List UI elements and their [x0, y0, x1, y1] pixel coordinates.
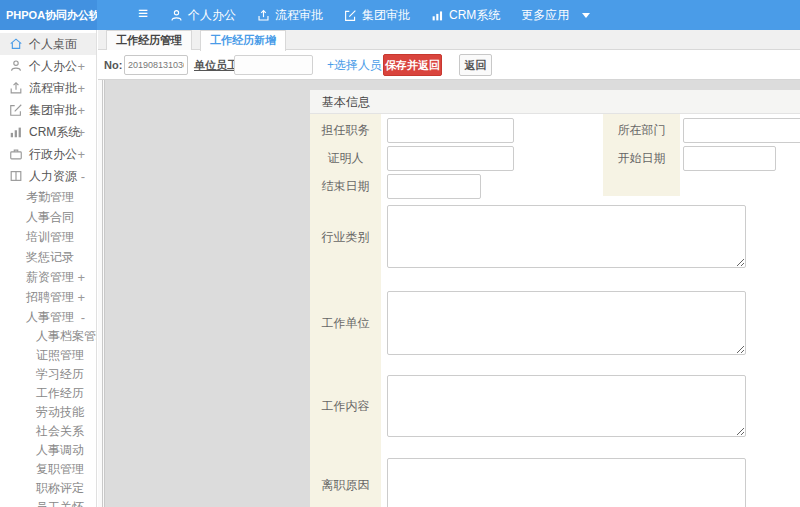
expand-icon[interactable]: + [77, 81, 85, 96]
end-date-label: 结束日期 [310, 174, 381, 199]
job-content-textarea[interactable] [387, 375, 746, 437]
employee-input[interactable] [234, 55, 313, 75]
sidebar-item-group-approval[interactable]: 集团审批 + [0, 99, 96, 121]
sidebar-item-rewards[interactable]: 奖惩记录 [0, 247, 96, 267]
expand-icon[interactable]: + [77, 125, 85, 140]
sidebar-item-label: 劳动技能 [36, 404, 84, 421]
sidebar-item-label: CRM系统 [29, 124, 80, 141]
workflow-icon [257, 9, 270, 22]
expand-icon[interactable]: + [77, 290, 85, 305]
leave-reason-textarea[interactable] [387, 458, 746, 507]
sidebar-item-label: 员工关怀 [36, 499, 84, 507]
sidebar-item-label: 行政办公 [29, 146, 77, 163]
select-person-link[interactable]: +选择人员 [327, 50, 382, 80]
sidebar-item-personnel[interactable]: 人事管理 - [0, 307, 96, 327]
edit-icon [344, 9, 357, 22]
sidebar-item-training[interactable]: 培训管理 [0, 227, 96, 247]
nav-group-approval[interactable]: 集团审批 [344, 7, 410, 24]
sidebar-item-personnel-files[interactable]: 人事档案管理 [0, 327, 96, 346]
sidebar-item-labor-skills[interactable]: 劳动技能 [0, 403, 96, 422]
tab-work-history-new[interactable]: 工作经历新增 [200, 30, 286, 51]
sidebar-item-personal-desktop[interactable]: 个人桌面 [0, 33, 96, 55]
edit-icon [9, 103, 23, 117]
workflow-icon [9, 81, 23, 95]
department-input[interactable] [683, 118, 800, 143]
hamburger-menu-icon[interactable]: ≡ [138, 0, 148, 30]
leave-reason-label: 离职原因 [310, 458, 381, 507]
sidebar-item-certificates[interactable]: 证照管理 [0, 346, 96, 365]
nav-label: 个人办公 [188, 7, 236, 24]
collapse-icon[interactable]: - [81, 169, 85, 184]
sidebar-item-label: 人事管理 [26, 309, 74, 326]
sidebar-item-label: 复职管理 [36, 461, 84, 478]
sidebar-item-label: 个人办公 [29, 58, 77, 75]
sidebar: 个人桌面 个人办公 + 流程审批 + 集团审批 + CRM系统 + 行政办公 + [0, 30, 97, 507]
sidebar-item-reinstatement[interactable]: 复职管理 [0, 460, 96, 479]
department-label: 所在部门 [603, 118, 680, 143]
sidebar-item-label: 学习经历 [36, 366, 84, 383]
sidebar-item-label: 集团审批 [29, 102, 77, 119]
top-navigation: 个人办公 流程审批 集团审批 CRM系统 更多应用 [170, 0, 590, 30]
sidebar-item-admin-office[interactable]: 行政办公 + [0, 143, 96, 165]
no-input[interactable] [124, 55, 188, 75]
sidebar-item-label: 奖惩记录 [26, 249, 74, 266]
sidebar-item-hr-contract[interactable]: 人事合同 [0, 207, 96, 227]
expand-icon[interactable]: + [77, 270, 85, 285]
industry-label: 行业类别 [310, 205, 381, 269]
nav-workflow-approval[interactable]: 流程审批 [257, 7, 323, 24]
nav-personal-office[interactable]: 个人办公 [170, 7, 236, 24]
sidebar-item-attendance[interactable]: 考勤管理 [0, 187, 96, 207]
app-logo: PHPOA协同办公软件 [0, 0, 97, 30]
content-scrollbar[interactable] [98, 80, 103, 507]
topbar: PHPOA协同办公软件 ≡ 个人办公 流程审批 集团审批 CRM系统 [0, 0, 800, 30]
home-icon [9, 37, 23, 51]
sidebar-item-label: 人事档案管理 [36, 328, 97, 345]
expand-icon[interactable]: + [77, 103, 85, 118]
sidebar-item-study-history[interactable]: 学习经历 [0, 365, 96, 384]
nav-more-apps[interactable]: 更多应用 [521, 7, 590, 24]
caret-down-icon [582, 13, 590, 18]
sidebar-item-label: 证照管理 [36, 347, 84, 364]
sidebar-item-salary[interactable]: 薪资管理 + [0, 267, 96, 287]
sidebar-item-title-evaluation[interactable]: 职称评定 [0, 479, 96, 498]
position-label: 担任职务 [310, 118, 381, 143]
start-date-input[interactable] [683, 146, 776, 171]
user-icon [170, 9, 183, 22]
sidebar-item-employee-care[interactable]: 员工关怀 [0, 498, 96, 507]
section-title: 基本信息 [310, 90, 800, 114]
company-label: 工作单位 [310, 291, 381, 355]
position-input[interactable] [387, 118, 514, 143]
sidebar-item-label: 考勤管理 [26, 189, 74, 206]
sidebar-item-label: 职称评定 [36, 480, 84, 497]
nav-crm-system[interactable]: CRM系统 [431, 7, 500, 24]
company-textarea[interactable] [387, 291, 746, 355]
sidebar-item-work-history[interactable]: 工作经历 [0, 384, 96, 403]
reference-label: 证明人 [310, 146, 381, 171]
nav-label: CRM系统 [449, 7, 500, 24]
sidebar-item-crm-system[interactable]: CRM系统 + [0, 121, 96, 143]
sidebar-item-recruitment[interactable]: 招聘管理 + [0, 287, 96, 307]
collapse-icon[interactable]: - [81, 310, 85, 325]
sidebar-item-workflow-approval[interactable]: 流程审批 + [0, 77, 96, 99]
sidebar-item-label: 人力资源 [29, 168, 77, 185]
save-return-button[interactable]: 保存并返回 [383, 54, 442, 76]
sidebar-item-label: 人事调动 [36, 442, 84, 459]
expand-icon[interactable]: + [77, 59, 85, 74]
book-icon [9, 169, 23, 183]
sidebar-item-human-resources[interactable]: 人力资源 - [0, 165, 96, 187]
expand-icon[interactable]: + [77, 147, 85, 162]
industry-textarea[interactable] [387, 205, 746, 268]
sidebar-item-personal-office[interactable]: 个人办公 + [0, 55, 96, 77]
main-area: 基本信息 担任职务 所在部门 证明人 开始日期 结束日期 行业类别 工作单位 工… [98, 80, 800, 507]
toolbar: No: 单位员工: +选择人员 保存并返回 返回 [98, 50, 800, 80]
sidebar-item-personnel-transfer[interactable]: 人事调动 [0, 441, 96, 460]
tab-work-history-manage[interactable]: 工作经历管理 [106, 30, 192, 50]
sidebar-item-social-relations[interactable]: 社会关系 [0, 422, 96, 441]
nav-label: 集团审批 [362, 7, 410, 24]
sidebar-item-label: 流程审批 [29, 80, 77, 97]
end-date-input[interactable] [387, 174, 481, 199]
job-content-label: 工作内容 [310, 375, 381, 437]
back-button[interactable]: 返回 [459, 54, 492, 76]
reference-input[interactable] [387, 146, 514, 171]
tab-bar: 工作经历管理 工作经历新增 [98, 30, 800, 50]
